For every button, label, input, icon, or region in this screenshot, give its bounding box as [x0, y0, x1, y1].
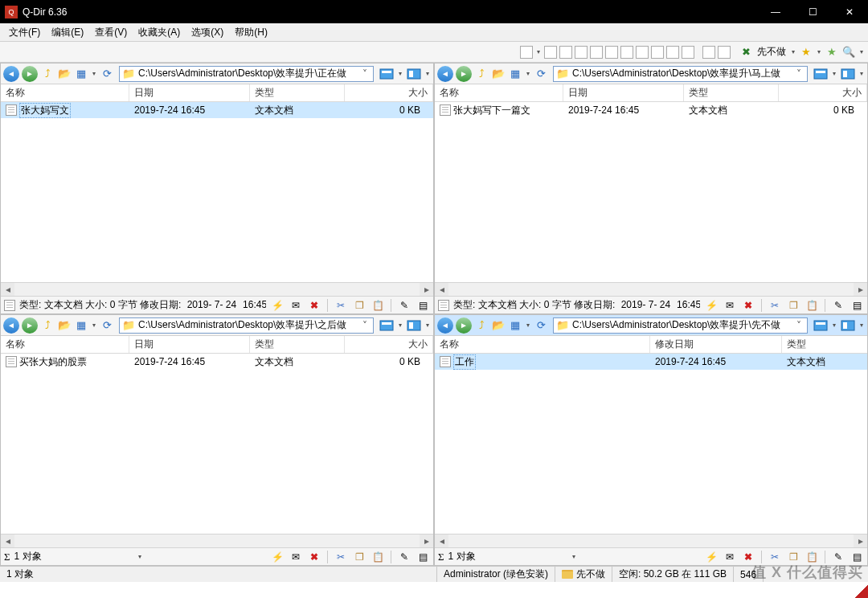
edit-icon[interactable]: ✎ — [831, 298, 845, 313]
menu-file[interactable]: 文件(F) — [3, 24, 46, 41]
delete-icon[interactable]: ✖ — [307, 298, 321, 313]
layout-btn-3[interactable] — [559, 46, 572, 59]
flash-icon[interactable]: ⚡ — [704, 298, 719, 313]
layout-btn-9[interactable] — [651, 46, 664, 59]
file-row[interactable]: 张大妈写下一篇文 2019-7-24 16:45 文本文档 0 KB — [435, 102, 867, 118]
file-list[interactable]: 工作 2019-7-24 16:45 文本文档 — [435, 354, 867, 534]
col-type[interactable]: 类型 — [250, 336, 345, 353]
dropdown-icon[interactable]: ▾ — [831, 322, 837, 329]
dropdown-icon[interactable]: ▾ — [858, 70, 865, 77]
menu-favorites[interactable]: 收藏夹(A) — [133, 24, 186, 41]
mail-icon[interactable]: ✉ — [289, 550, 303, 564]
layout-btn-8[interactable] — [636, 46, 649, 59]
mail-icon[interactable]: ✉ — [723, 550, 737, 564]
delete-icon[interactable]: ✖ — [307, 550, 321, 564]
sigma-icon[interactable]: Σ — [4, 551, 10, 563]
edit-icon[interactable]: ✎ — [397, 550, 411, 564]
file-list[interactable]: 买张大妈的股票 2019-7-24 16:45 文本文档 0 KB — [1, 354, 433, 534]
layout-btn-7[interactable] — [620, 46, 633, 59]
view-mode-2-icon[interactable] — [406, 68, 422, 80]
file-row[interactable]: 张大妈写文 2019-7-24 16:45 文本文档 0 KB — [1, 102, 433, 118]
paste-icon[interactable]: 📋 — [371, 550, 385, 564]
edit-icon[interactable]: ✎ — [831, 550, 845, 564]
col-date[interactable]: 日期 — [129, 84, 250, 101]
file-list[interactable]: 张大妈写下一篇文 2019-7-24 16:45 文本文档 0 KB — [435, 102, 867, 282]
props-icon[interactable]: ▤ — [850, 550, 864, 564]
up-icon[interactable]: ⤴ — [474, 318, 489, 333]
view-mode-icon[interactable] — [379, 319, 395, 332]
pin-icon[interactable]: ✖ — [739, 45, 753, 59]
scroll-right-icon[interactable]: ▸ — [854, 283, 867, 297]
cut-icon[interactable]: ✂ — [768, 550, 782, 564]
col-type[interactable]: 类型 — [250, 84, 345, 101]
mail-icon[interactable]: ✉ — [723, 298, 737, 313]
dropdown-icon[interactable]: ▾ — [397, 322, 403, 329]
address-bar[interactable]: 📁 ˅ — [119, 317, 374, 334]
menu-options[interactable]: 选项(X) — [186, 24, 229, 41]
paste-icon[interactable]: 📋 — [805, 298, 819, 313]
col-moddate[interactable]: 修改日期 — [650, 336, 782, 353]
apps-icon[interactable]: ▦ — [508, 67, 522, 81]
dropdown-icon[interactable]: ▾ — [397, 70, 403, 77]
scroll-right-icon[interactable]: ▸ — [420, 535, 433, 548]
address-input[interactable] — [572, 68, 790, 80]
layout-btn-4[interactable] — [575, 46, 588, 59]
h-scrollbar[interactable]: ◂▸ — [435, 282, 867, 296]
dropdown-icon[interactable]: ▾ — [424, 70, 431, 77]
favorite-icon[interactable]: 📂 — [491, 67, 506, 81]
address-dropdown-icon[interactable]: ˅ — [358, 68, 371, 80]
favorite-icon[interactable]: 📂 — [57, 67, 72, 81]
dropdown-icon[interactable]: ▾ — [525, 322, 531, 329]
view-mode-icon[interactable] — [379, 68, 395, 80]
scroll-right-icon[interactable]: ▸ — [854, 535, 867, 548]
layout-btn-10[interactable] — [666, 46, 679, 59]
minimize-button[interactable]: ― — [757, 0, 794, 23]
layout-btn-12[interactable] — [702, 46, 715, 59]
address-input[interactable] — [138, 320, 356, 331]
refresh-icon[interactable]: ⟳ — [534, 318, 548, 333]
address-input[interactable] — [572, 320, 790, 331]
menu-view[interactable]: 查看(V) — [89, 24, 133, 41]
nav-forward-button[interactable]: ► — [22, 317, 38, 334]
refresh-icon[interactable]: ⟳ — [100, 318, 114, 333]
layout-btn-6[interactable] — [605, 46, 618, 59]
h-scrollbar[interactable]: ◂▸ — [1, 534, 433, 547]
paste-icon[interactable]: 📋 — [371, 298, 385, 313]
col-name[interactable]: 名称 — [435, 84, 563, 101]
dropdown-icon[interactable]: ▾ — [91, 70, 97, 77]
resize-grip[interactable] — [855, 585, 868, 598]
layout-btn-13[interactable] — [718, 46, 731, 59]
favorite-icon[interactable]: 📂 — [57, 318, 72, 333]
col-date[interactable]: 日期 — [563, 84, 684, 101]
copy-icon[interactable]: ❐ — [786, 550, 800, 564]
props-icon[interactable]: ▤ — [416, 550, 430, 564]
props-icon[interactable]: ▤ — [416, 298, 430, 313]
dropdown-icon[interactable]: ▾ — [790, 48, 796, 55]
layout-btn-1[interactable] — [520, 46, 533, 59]
refresh-icon[interactable]: ⟳ — [100, 67, 114, 81]
magnify-icon[interactable]: 🔍 — [841, 45, 856, 59]
close-button[interactable]: ✕ — [831, 0, 868, 23]
col-size[interactable]: 大小 — [345, 336, 433, 353]
star-green-icon[interactable]: ★ — [825, 45, 839, 59]
view-mode-icon[interactable] — [813, 319, 829, 332]
address-dropdown-icon[interactable]: ˅ — [792, 320, 805, 331]
dropdown-icon[interactable]: ▾ — [91, 322, 97, 329]
dropdown-icon[interactable]: ▾ — [424, 322, 431, 329]
delete-icon[interactable]: ✖ — [741, 298, 755, 313]
layout-btn-5[interactable] — [590, 46, 603, 59]
col-type[interactable]: 类型 — [684, 84, 779, 101]
paste-icon[interactable]: 📋 — [805, 550, 819, 564]
nav-back-button[interactable]: ◄ — [3, 317, 19, 334]
nav-back-button[interactable]: ◄ — [3, 66, 19, 82]
col-name[interactable]: 名称 — [435, 336, 650, 353]
copy-icon[interactable]: ❐ — [786, 298, 800, 313]
flash-icon[interactable]: ⚡ — [270, 550, 285, 564]
up-icon[interactable]: ⤴ — [40, 318, 55, 333]
nav-back-button[interactable]: ◄ — [437, 66, 453, 82]
h-scrollbar[interactable]: ◂▸ — [435, 534, 867, 547]
view-mode-2-icon[interactable] — [406, 319, 422, 332]
col-name[interactable]: 名称 — [1, 84, 129, 101]
dropdown-icon[interactable]: ▾ — [816, 48, 822, 55]
col-type[interactable]: 类型 — [782, 336, 854, 353]
